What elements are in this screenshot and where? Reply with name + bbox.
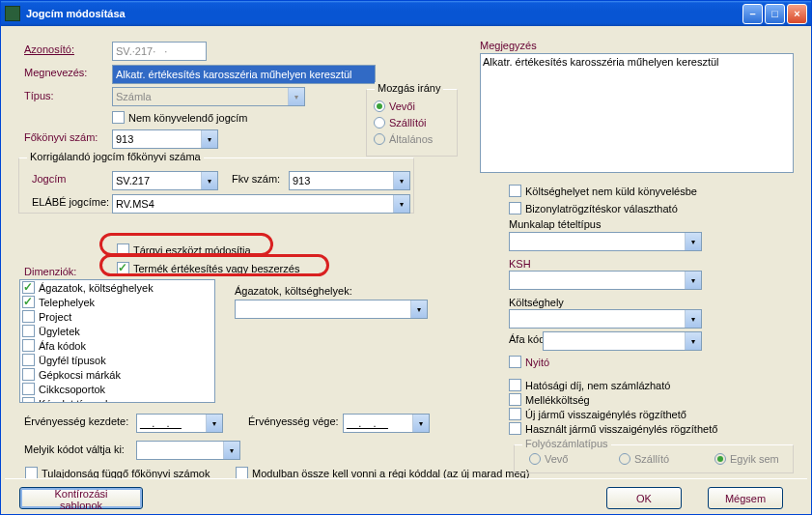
chevron-down-icon[interactable]: ▾ <box>223 442 239 459</box>
list-item-cb[interactable] <box>22 368 35 381</box>
mozgas-vevoi-radio[interactable] <box>374 100 385 112</box>
tipus-combo: Számla▾ <box>112 87 305 106</box>
fkvszam-label: Fkv szám: <box>232 173 280 185</box>
agazatok-combo[interactable]: ▾ <box>235 300 428 319</box>
azonosito-label: Azonosító: <box>24 43 74 55</box>
megjegyzes-textarea[interactable]: Alkatr. értékesítés karosszéria műhelyen… <box>480 53 794 173</box>
list-item[interactable]: Gépkocsi márkák <box>20 367 214 382</box>
maximize-button[interactable]: □ <box>765 4 785 24</box>
app-icon <box>5 6 20 21</box>
hasznalt-cb[interactable] <box>509 422 521 435</box>
hatosagi-label: Hatósági díj, nem számlázható <box>525 380 670 391</box>
folyo-title: Folyószámlatípus <box>522 438 611 449</box>
mellekktg-cb[interactable] <box>509 393 521 406</box>
chevron-down-icon: ▾ <box>288 88 304 105</box>
ksh-combo[interactable]: ▾ <box>509 271 702 290</box>
fkvszam-combo[interactable]: 913▾ <box>289 171 410 190</box>
uj-jarmu-label: Új jármű visszaigénylés rögzíthető <box>525 409 686 420</box>
koltseghely-combo[interactable]: ▾ <box>509 309 702 329</box>
list-item[interactable]: Project <box>20 309 214 324</box>
list-item[interactable]: Készlet típusok <box>20 396 214 403</box>
list-item-cb[interactable] <box>22 325 35 337</box>
targyi-cb[interactable] <box>117 243 129 256</box>
koltseghely-label: Költséghely <box>509 297 564 308</box>
chevron-down-icon[interactable]: ▾ <box>685 233 701 250</box>
window-title: Jogcím módosítása <box>26 8 741 19</box>
biz-valaszthato-label: Bizonylatrögzítéskor választható <box>525 203 678 215</box>
nem-konyv-label: Nem könyvelendő jogcím <box>128 112 248 124</box>
nyito-label: Nyitó <box>525 357 549 368</box>
munkalap-label: Munkalap tételtípus <box>509 218 601 230</box>
list-item[interactable]: Áfa kódok <box>20 338 214 353</box>
afakod-combo[interactable]: ▾ <box>543 331 702 351</box>
list-item[interactable]: Cikkcsoportok <box>20 382 214 396</box>
munkalap-combo[interactable]: ▾ <box>509 232 702 251</box>
list-item-cb[interactable] <box>22 281 35 294</box>
agazatok-label: Ágazatok, költséghelyek: <box>235 285 352 297</box>
mozgas-szallitoi-radio[interactable] <box>374 117 385 129</box>
list-item-cb[interactable] <box>22 296 35 308</box>
chevron-down-icon[interactable]: ▾ <box>685 310 701 328</box>
termek-label: Termék értékesítés vagy beszerzés <box>133 263 299 274</box>
tipus-label: Típus: <box>24 90 54 101</box>
list-item-label: Ügyfél típusok <box>39 355 106 366</box>
folyo-vevo-label: Vevő <box>545 453 568 465</box>
chevron-down-icon[interactable]: ▾ <box>685 332 701 350</box>
list-item-cb[interactable] <box>22 354 35 366</box>
erv-vege-input[interactable]: __.__.__▾ <box>343 414 430 433</box>
list-item-label: Ágazatok, költséghelyek <box>39 282 154 294</box>
close-button[interactable]: × <box>787 4 807 24</box>
elabe-combo[interactable]: RV.MS4▾ <box>112 194 410 214</box>
jogcim-combo[interactable]: SV.217▾ <box>112 171 218 190</box>
list-item[interactable]: Ügyletek <box>20 324 214 338</box>
tulajdonsag-label: Tulajdonság függő főkönyvi számok <box>42 468 210 479</box>
fokonyvi-combo[interactable]: 913▾ <box>112 129 218 149</box>
folyo-szallito-radio <box>619 453 630 465</box>
mozgas-szallitoi-label: Szállítói <box>389 117 427 129</box>
kontirozasi-button[interactable]: Kontírozási sablonok <box>19 487 143 509</box>
hatosagi-cb[interactable] <box>509 379 521 391</box>
dimenziok-label: Dimenziók: <box>24 266 76 277</box>
megnevezes-label: Megnevezés: <box>24 67 87 78</box>
folyo-egyik-label: Egyik sem <box>730 453 779 465</box>
list-item-cb[interactable] <box>22 383 35 395</box>
list-item-label: Ügyletek <box>39 326 80 337</box>
chevron-down-icon[interactable]: ▾ <box>393 172 409 189</box>
megsem-button[interactable]: Mégsem <box>708 487 783 509</box>
window: Jogcím módosítása – □ × Azonosító: Megne… <box>0 0 812 515</box>
ktg-nem-kuld-cb[interactable] <box>509 185 521 197</box>
nem-konyv-cb[interactable] <box>112 111 125 124</box>
nyito-cb[interactable] <box>509 356 521 368</box>
list-item[interactable]: Telephelyek <box>20 295 214 309</box>
chevron-down-icon[interactable]: ▾ <box>393 195 409 213</box>
list-item-cb[interactable] <box>22 397 35 403</box>
chevron-down-icon[interactable]: ▾ <box>685 272 701 289</box>
titlebar: Jogcím módosítása – □ × <box>1 1 811 26</box>
chevron-down-icon[interactable]: ▾ <box>410 300 427 318</box>
minimize-button[interactable]: – <box>742 4 763 24</box>
list-item-label: Készlet típusok <box>39 398 111 404</box>
termek-cb[interactable] <box>117 262 129 274</box>
melyik-combo[interactable]: ▾ <box>136 441 240 460</box>
chevron-down-icon[interactable]: ▾ <box>412 415 429 432</box>
megnevezes-input[interactable] <box>112 65 376 84</box>
ktg-nem-kuld-label: Költséghelyet nem küld könyvelésbe <box>525 186 697 197</box>
erv-kezdete-input[interactable]: __.__.__▾ <box>136 414 223 433</box>
list-item[interactable]: Ágazatok, költséghelyek <box>20 280 214 295</box>
azonosito-input <box>112 42 207 61</box>
dimenziok-list[interactable]: Ágazatok, költséghelyekTelephelyekProjec… <box>19 279 215 403</box>
list-item-cb[interactable] <box>22 339 35 352</box>
chevron-down-icon[interactable]: ▾ <box>201 130 217 148</box>
uj-jarmu-cb[interactable] <box>509 408 521 420</box>
targyi-label: Tárgyi eszközt módosítja <box>133 244 251 256</box>
list-item-label: Telephelyek <box>39 297 95 308</box>
folyo-szallito-label: Szállító <box>634 453 669 465</box>
biz-valaszthato-cb[interactable] <box>509 202 521 215</box>
chevron-down-icon[interactable]: ▾ <box>206 415 222 432</box>
mozgas-title: Mozgás irány <box>375 82 443 94</box>
chevron-down-icon[interactable]: ▾ <box>201 172 217 189</box>
ok-button[interactable]: OK <box>606 487 682 509</box>
list-item-cb[interactable] <box>22 310 35 323</box>
hasznalt-label: Használt jármű visszaigénylés rögzíthető <box>525 423 717 435</box>
list-item[interactable]: Ügyfél típusok <box>20 353 214 367</box>
